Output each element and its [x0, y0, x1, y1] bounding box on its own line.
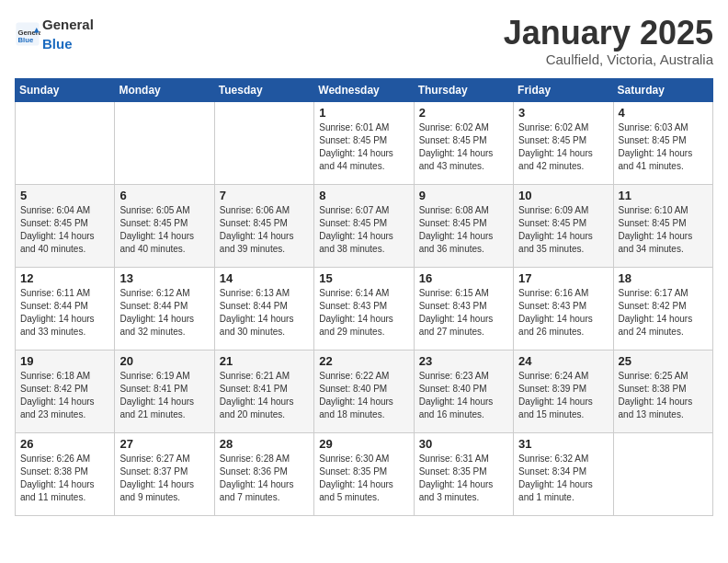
day-info: Sunrise: 6:27 AM Sunset: 8:37 PM Dayligh…	[119, 453, 209, 504]
day-number: 5	[20, 189, 109, 202]
calendar-cell: 20Sunrise: 6:19 AM Sunset: 8:41 PM Dayli…	[115, 350, 214, 432]
day-info: Sunrise: 6:18 AM Sunset: 8:42 PM Dayligh…	[20, 370, 109, 421]
day-number: 26	[20, 437, 109, 451]
calendar-cell: 9Sunrise: 6:08 AM Sunset: 8:45 PM Daylig…	[414, 184, 513, 267]
day-info: Sunrise: 6:25 AM Sunset: 8:38 PM Dayligh…	[619, 370, 708, 421]
day-number: 22	[319, 354, 408, 368]
calendar-cell: 27Sunrise: 6:27 AM Sunset: 8:37 PM Dayli…	[115, 432, 214, 515]
day-number: 18	[619, 271, 708, 285]
day-info: Sunrise: 6:22 AM Sunset: 8:40 PM Dayligh…	[319, 370, 408, 421]
day-number: 6	[119, 189, 209, 202]
day-info: Sunrise: 6:09 AM Sunset: 8:45 PM Dayligh…	[518, 204, 608, 256]
calendar-cell: 3Sunrise: 6:02 AM Sunset: 8:45 PM Daylig…	[514, 101, 613, 184]
calendar-cell: 6Sunrise: 6:05 AM Sunset: 8:45 PM Daylig…	[115, 184, 214, 267]
calendar-week-2: 5Sunrise: 6:04 AM Sunset: 8:45 PM Daylig…	[16, 184, 713, 267]
day-number: 24	[518, 354, 608, 368]
day-info: Sunrise: 6:11 AM Sunset: 8:44 PM Dayligh…	[20, 287, 109, 339]
logo-icon: General Blue	[15, 21, 40, 47]
day-info: Sunrise: 6:24 AM Sunset: 8:39 PM Dayligh…	[518, 370, 608, 421]
day-info: Sunrise: 6:31 AM Sunset: 8:35 PM Dayligh…	[419, 453, 508, 504]
calendar-cell: 21Sunrise: 6:21 AM Sunset: 8:41 PM Dayli…	[214, 350, 313, 432]
day-number: 10	[518, 189, 608, 202]
weekday-header-sunday: Sunday	[16, 78, 115, 101]
day-info: Sunrise: 6:30 AM Sunset: 8:35 PM Dayligh…	[319, 453, 408, 504]
calendar-cell: 1Sunrise: 6:01 AM Sunset: 8:45 PM Daylig…	[314, 101, 414, 184]
day-info: Sunrise: 6:28 AM Sunset: 8:36 PM Dayligh…	[220, 453, 309, 504]
day-info: Sunrise: 6:04 AM Sunset: 8:45 PM Dayligh…	[20, 204, 109, 256]
day-info: Sunrise: 6:17 AM Sunset: 8:42 PM Dayligh…	[619, 287, 708, 339]
calendar-cell: 23Sunrise: 6:23 AM Sunset: 8:40 PM Dayli…	[414, 350, 513, 432]
day-info: Sunrise: 6:15 AM Sunset: 8:43 PM Dayligh…	[419, 287, 508, 339]
calendar-cell: 18Sunrise: 6:17 AM Sunset: 8:42 PM Dayli…	[613, 267, 712, 350]
day-info: Sunrise: 6:21 AM Sunset: 8:41 PM Dayligh…	[220, 370, 309, 421]
calendar-cell: 31Sunrise: 6:32 AM Sunset: 8:34 PM Dayli…	[514, 432, 613, 515]
day-info: Sunrise: 6:07 AM Sunset: 8:45 PM Dayligh…	[319, 204, 408, 256]
weekday-header-friday: Friday	[514, 78, 613, 101]
day-info: Sunrise: 6:01 AM Sunset: 8:45 PM Dayligh…	[319, 121, 408, 173]
svg-text:Blue: Blue	[18, 36, 34, 44]
day-number: 29	[319, 437, 408, 451]
calendar-cell: 8Sunrise: 6:07 AM Sunset: 8:45 PM Daylig…	[314, 184, 414, 267]
day-info: Sunrise: 6:06 AM Sunset: 8:45 PM Dayligh…	[220, 204, 309, 256]
calendar-body: 1Sunrise: 6:01 AM Sunset: 8:45 PM Daylig…	[16, 101, 713, 515]
day-number: 14	[220, 271, 309, 285]
calendar-week-5: 26Sunrise: 6:26 AM Sunset: 8:38 PM Dayli…	[16, 432, 713, 515]
calendar-cell: 12Sunrise: 6:11 AM Sunset: 8:44 PM Dayli…	[16, 267, 115, 350]
calendar-cell: 22Sunrise: 6:22 AM Sunset: 8:40 PM Dayli…	[314, 350, 414, 432]
day-number: 8	[319, 189, 408, 202]
day-number: 31	[518, 437, 608, 451]
calendar-cell	[613, 432, 712, 515]
day-number: 7	[220, 189, 309, 202]
day-number: 30	[419, 437, 508, 451]
day-number: 3	[518, 106, 608, 120]
calendar-week-4: 19Sunrise: 6:18 AM Sunset: 8:42 PM Dayli…	[16, 350, 713, 432]
day-info: Sunrise: 6:19 AM Sunset: 8:41 PM Dayligh…	[119, 370, 209, 421]
calendar-cell: 5Sunrise: 6:04 AM Sunset: 8:45 PM Daylig…	[16, 184, 115, 267]
day-number: 25	[619, 354, 708, 368]
day-number: 13	[119, 271, 209, 285]
day-number: 21	[220, 354, 309, 368]
day-number: 28	[220, 437, 309, 451]
calendar-cell: 13Sunrise: 6:12 AM Sunset: 8:44 PM Dayli…	[115, 267, 214, 350]
calendar-cell: 26Sunrise: 6:26 AM Sunset: 8:38 PM Dayli…	[16, 432, 115, 515]
day-info: Sunrise: 6:10 AM Sunset: 8:45 PM Dayligh…	[619, 204, 708, 256]
month-title: January 2025	[504, 15, 713, 52]
day-number: 4	[619, 106, 708, 120]
logo-blue: Blue	[42, 36, 73, 52]
day-info: Sunrise: 6:32 AM Sunset: 8:34 PM Dayligh…	[518, 453, 608, 504]
day-number: 16	[419, 271, 508, 285]
day-number: 17	[518, 271, 608, 285]
calendar-cell: 16Sunrise: 6:15 AM Sunset: 8:43 PM Dayli…	[414, 267, 513, 350]
calendar-cell: 17Sunrise: 6:16 AM Sunset: 8:43 PM Dayli…	[514, 267, 613, 350]
calendar-cell: 4Sunrise: 6:03 AM Sunset: 8:45 PM Daylig…	[613, 101, 712, 184]
day-number: 27	[119, 437, 209, 451]
calendar-cell: 25Sunrise: 6:25 AM Sunset: 8:38 PM Dayli…	[613, 350, 712, 432]
day-number: 23	[419, 354, 508, 368]
weekday-header-row: SundayMondayTuesdayWednesdayThursdayFrid…	[16, 78, 713, 101]
day-info: Sunrise: 6:05 AM Sunset: 8:45 PM Dayligh…	[119, 204, 209, 256]
day-info: Sunrise: 6:23 AM Sunset: 8:40 PM Dayligh…	[419, 370, 508, 421]
day-number: 1	[319, 106, 408, 120]
day-number: 2	[419, 106, 508, 120]
day-number: 15	[319, 271, 408, 285]
title-block: January 2025 Caulfield, Victoria, Austra…	[504, 15, 713, 67]
calendar-cell: 10Sunrise: 6:09 AM Sunset: 8:45 PM Dayli…	[514, 184, 613, 267]
calendar-cell: 29Sunrise: 6:30 AM Sunset: 8:35 PM Dayli…	[314, 432, 414, 515]
day-number: 9	[419, 189, 508, 202]
day-info: Sunrise: 6:03 AM Sunset: 8:45 PM Dayligh…	[619, 121, 708, 173]
day-info: Sunrise: 6:26 AM Sunset: 8:38 PM Dayligh…	[20, 453, 109, 504]
calendar-cell	[115, 101, 214, 184]
weekday-header-thursday: Thursday	[414, 78, 513, 101]
calendar-cell: 24Sunrise: 6:24 AM Sunset: 8:39 PM Dayli…	[514, 350, 613, 432]
calendar-cell: 11Sunrise: 6:10 AM Sunset: 8:45 PM Dayli…	[613, 184, 712, 267]
location: Caulfield, Victoria, Australia	[504, 52, 713, 67]
day-number: 20	[119, 354, 209, 368]
day-info: Sunrise: 6:13 AM Sunset: 8:44 PM Dayligh…	[220, 287, 309, 339]
calendar-cell: 30Sunrise: 6:31 AM Sunset: 8:35 PM Dayli…	[414, 432, 513, 515]
calendar-cell: 2Sunrise: 6:02 AM Sunset: 8:45 PM Daylig…	[414, 101, 513, 184]
calendar-cell	[16, 101, 115, 184]
day-info: Sunrise: 6:14 AM Sunset: 8:43 PM Dayligh…	[319, 287, 408, 339]
day-info: Sunrise: 6:16 AM Sunset: 8:43 PM Dayligh…	[518, 287, 608, 339]
calendar-cell: 15Sunrise: 6:14 AM Sunset: 8:43 PM Dayli…	[314, 267, 414, 350]
weekday-header-monday: Monday	[115, 78, 214, 101]
